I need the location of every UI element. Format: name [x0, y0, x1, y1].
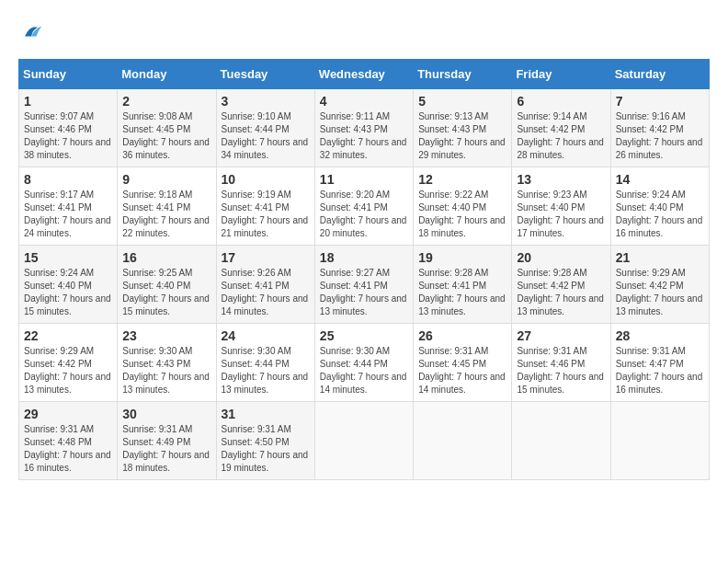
column-header-tuesday: Tuesday: [216, 60, 314, 89]
day-number: 18: [320, 250, 408, 265]
day-info: Sunrise: 9:07 AMSunset: 4:46 PMDaylight:…: [24, 110, 112, 162]
day-info: Sunrise: 9:14 AMSunset: 4:42 PMDaylight:…: [517, 110, 605, 162]
day-info: Sunrise: 9:18 AMSunset: 4:41 PMDaylight:…: [122, 189, 210, 240]
calendar-cell: 20Sunrise: 9:28 AMSunset: 4:42 PMDayligh…: [512, 246, 610, 324]
calendar-cell: 24Sunrise: 9:30 AMSunset: 4:44 PMDayligh…: [216, 324, 314, 402]
day-number: 30: [122, 407, 210, 421]
calendar-cell: 4Sunrise: 9:11 AMSunset: 4:43 PMDaylight…: [314, 89, 413, 167]
day-number: 20: [517, 250, 605, 265]
day-info: Sunrise: 9:31 AMSunset: 4:45 PMDaylight:…: [418, 345, 506, 396]
calendar-cell: [414, 402, 512, 480]
calendar-cell: 1Sunrise: 9:07 AMSunset: 4:46 PMDaylight…: [19, 89, 118, 167]
calendar-cell: 22Sunrise: 9:29 AMSunset: 4:42 PMDayligh…: [19, 324, 118, 402]
day-info: Sunrise: 9:29 AMSunset: 4:42 PMDaylight:…: [616, 267, 704, 318]
day-info: Sunrise: 9:19 AMSunset: 4:41 PMDaylight:…: [222, 189, 310, 240]
calendar-cell: 9Sunrise: 9:18 AMSunset: 4:41 PMDaylight…: [118, 167, 216, 246]
day-number: 14: [616, 172, 704, 187]
day-info: Sunrise: 9:24 AMSunset: 4:40 PMDaylight:…: [24, 267, 112, 318]
day-info: Sunrise: 9:31 AMSunset: 4:49 PMDaylight:…: [122, 423, 210, 475]
calendar-cell: 12Sunrise: 9:22 AMSunset: 4:40 PMDayligh…: [414, 167, 512, 246]
day-number: 6: [517, 94, 605, 109]
day-number: 26: [418, 328, 506, 343]
calendar-week-row: 8Sunrise: 9:17 AMSunset: 4:41 PMDaylight…: [19, 167, 710, 246]
day-number: 28: [616, 328, 704, 343]
day-info: Sunrise: 9:28 AMSunset: 4:42 PMDaylight:…: [517, 267, 605, 318]
day-number: 15: [24, 250, 112, 265]
day-number: 31: [222, 407, 310, 421]
day-info: Sunrise: 9:31 AMSunset: 4:46 PMDaylight:…: [517, 345, 605, 396]
day-info: Sunrise: 9:13 AMSunset: 4:43 PMDaylight:…: [418, 110, 506, 162]
calendar-cell: 2Sunrise: 9:08 AMSunset: 4:45 PMDaylight…: [118, 89, 216, 167]
day-number: 16: [122, 250, 210, 265]
day-number: 24: [222, 328, 310, 343]
day-info: Sunrise: 9:25 AMSunset: 4:40 PMDaylight:…: [122, 267, 210, 318]
day-number: 19: [418, 250, 506, 265]
day-number: 29: [24, 407, 112, 421]
day-info: Sunrise: 9:27 AMSunset: 4:41 PMDaylight:…: [320, 267, 408, 318]
day-info: Sunrise: 9:31 AMSunset: 4:47 PMDaylight:…: [616, 345, 704, 396]
calendar-cell: 7Sunrise: 9:16 AMSunset: 4:42 PMDaylight…: [610, 89, 709, 167]
day-info: Sunrise: 9:26 AMSunset: 4:41 PMDaylight:…: [222, 267, 310, 318]
day-number: 5: [418, 94, 506, 109]
day-number: 23: [122, 328, 210, 343]
calendar-week-row: 29Sunrise: 9:31 AMSunset: 4:48 PMDayligh…: [19, 402, 710, 480]
day-number: 13: [517, 172, 605, 187]
calendar-cell: 13Sunrise: 9:23 AMSunset: 4:40 PMDayligh…: [512, 167, 610, 246]
day-info: Sunrise: 9:17 AMSunset: 4:41 PMDaylight:…: [24, 189, 112, 240]
calendar-week-row: 15Sunrise: 9:24 AMSunset: 4:40 PMDayligh…: [19, 246, 710, 324]
day-number: 17: [222, 250, 310, 265]
day-info: Sunrise: 9:11 AMSunset: 4:43 PMDaylight:…: [320, 110, 408, 162]
calendar-week-row: 22Sunrise: 9:29 AMSunset: 4:42 PMDayligh…: [19, 324, 710, 402]
calendar-cell: 11Sunrise: 9:20 AMSunset: 4:41 PMDayligh…: [314, 167, 413, 246]
calendar-cell: 10Sunrise: 9:19 AMSunset: 4:41 PMDayligh…: [216, 167, 314, 246]
day-number: 12: [418, 172, 506, 187]
day-info: Sunrise: 9:30 AMSunset: 4:44 PMDaylight:…: [320, 345, 408, 396]
day-number: 21: [616, 250, 704, 265]
page-header: [18, 18, 710, 44]
day-info: Sunrise: 9:28 AMSunset: 4:41 PMDaylight:…: [418, 267, 506, 318]
day-number: 25: [320, 328, 408, 343]
day-number: 7: [616, 94, 704, 109]
calendar-cell: 17Sunrise: 9:26 AMSunset: 4:41 PMDayligh…: [216, 246, 314, 324]
calendar-cell: 3Sunrise: 9:10 AMSunset: 4:44 PMDaylight…: [216, 89, 314, 167]
day-info: Sunrise: 9:30 AMSunset: 4:44 PMDaylight:…: [222, 345, 310, 396]
calendar-cell: 18Sunrise: 9:27 AMSunset: 4:41 PMDayligh…: [314, 246, 413, 324]
calendar-cell: 25Sunrise: 9:30 AMSunset: 4:44 PMDayligh…: [314, 324, 413, 402]
calendar-cell: 23Sunrise: 9:30 AMSunset: 4:43 PMDayligh…: [118, 324, 216, 402]
day-info: Sunrise: 9:22 AMSunset: 4:40 PMDaylight:…: [418, 189, 506, 240]
column-header-friday: Friday: [512, 60, 610, 89]
column-header-monday: Monday: [118, 60, 216, 89]
calendar-table: SundayMondayTuesdayWednesdayThursdayFrid…: [18, 59, 710, 480]
calendar-cell: 21Sunrise: 9:29 AMSunset: 4:42 PMDayligh…: [610, 246, 709, 324]
logo-bird-icon: [18, 18, 44, 44]
day-number: 9: [122, 172, 210, 187]
day-number: 8: [24, 172, 112, 187]
calendar-cell: 27Sunrise: 9:31 AMSunset: 4:46 PMDayligh…: [512, 324, 610, 402]
calendar-cell: [512, 402, 610, 480]
day-number: 2: [122, 94, 210, 109]
calendar-cell: 15Sunrise: 9:24 AMSunset: 4:40 PMDayligh…: [19, 246, 118, 324]
calendar-cell: 29Sunrise: 9:31 AMSunset: 4:48 PMDayligh…: [19, 402, 118, 480]
day-number: 1: [24, 94, 112, 109]
calendar-cell: 16Sunrise: 9:25 AMSunset: 4:40 PMDayligh…: [118, 246, 216, 324]
day-info: Sunrise: 9:16 AMSunset: 4:42 PMDaylight:…: [616, 110, 704, 162]
column-header-wednesday: Wednesday: [314, 60, 413, 89]
calendar-cell: [610, 402, 709, 480]
day-info: Sunrise: 9:10 AMSunset: 4:44 PMDaylight:…: [222, 110, 310, 162]
day-info: Sunrise: 9:20 AMSunset: 4:41 PMDaylight:…: [320, 189, 408, 240]
calendar-cell: 19Sunrise: 9:28 AMSunset: 4:41 PMDayligh…: [414, 246, 512, 324]
day-number: 10: [222, 172, 310, 187]
calendar-cell: 6Sunrise: 9:14 AMSunset: 4:42 PMDaylight…: [512, 89, 610, 167]
day-info: Sunrise: 9:24 AMSunset: 4:40 PMDaylight:…: [616, 189, 704, 240]
day-number: 22: [24, 328, 112, 343]
calendar-cell: 28Sunrise: 9:31 AMSunset: 4:47 PMDayligh…: [610, 324, 709, 402]
day-number: 4: [320, 94, 408, 109]
column-header-sunday: Sunday: [19, 60, 118, 89]
day-info: Sunrise: 9:31 AMSunset: 4:48 PMDaylight:…: [24, 423, 112, 475]
day-info: Sunrise: 9:31 AMSunset: 4:50 PMDaylight:…: [222, 423, 310, 475]
column-header-thursday: Thursday: [414, 60, 512, 89]
calendar-cell: 14Sunrise: 9:24 AMSunset: 4:40 PMDayligh…: [610, 167, 709, 246]
logo: [18, 18, 48, 44]
calendar-cell: 26Sunrise: 9:31 AMSunset: 4:45 PMDayligh…: [414, 324, 512, 402]
day-info: Sunrise: 9:30 AMSunset: 4:43 PMDaylight:…: [122, 345, 210, 396]
